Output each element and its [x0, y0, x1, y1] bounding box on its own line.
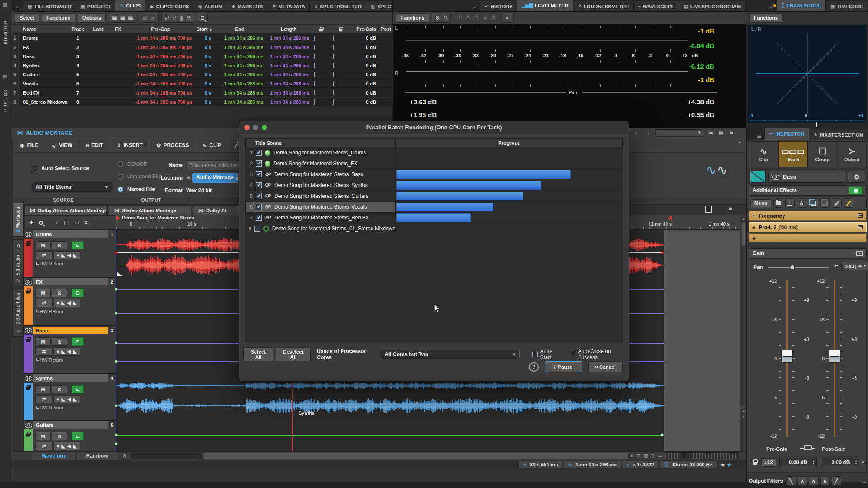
envelope-dot[interactable] [115, 433, 118, 436]
mode-button[interactable]: ≻ Output [837, 141, 867, 167]
scrollbar-icon[interactable]: ▯ [652, 453, 654, 459]
envelope-dot[interactable] [115, 288, 118, 291]
lock-checkbox[interactable] [314, 90, 315, 95]
render-row[interactable]: 4 Demo Song for Mastered Stems_Synths [246, 180, 622, 191]
track-header-synths[interactable]: Synths 4 M S ⊡ ⇄ ● ◣ ◀ ◣ ↳HW Return [24, 374, 116, 421]
solo-button[interactable]: S [52, 385, 67, 393]
refresh-icon[interactable]: ↻ [443, 15, 447, 21]
envelope-dot[interactable] [115, 360, 118, 363]
open-folder-icon[interactable] [773, 198, 783, 208]
radio-unnamed[interactable]: Unnamed File [118, 174, 161, 180]
render-row[interactable]: 8 Demo Song for Mastered Stems_01_Stereo… [246, 223, 622, 234]
render-checkbox[interactable] [254, 226, 260, 232]
stereo-icon[interactable] [25, 423, 32, 427]
rename-pencil-icon[interactable] [844, 198, 853, 208]
panel-tab[interactable]: ⚑ METADATA [267, 1, 310, 11]
render-checkbox[interactable] [256, 150, 262, 156]
panel-tab[interactable]: ▨ LIVESPECTROGRAM [679, 1, 746, 11]
fit-height-icon[interactable]: ↕ [56, 219, 58, 226]
table-row[interactable]: 6 Vocals 6 -1 mn 34 s 285 ms 708 µs 0 s … [12, 79, 393, 88]
plugins-icon[interactable]: ▤ [3, 74, 7, 79]
copy-icon[interactable] [809, 198, 818, 208]
track-lock-icon[interactable] [26, 387, 30, 390]
panel-tab[interactable]: ▂▅▇ LEVELMETER [517, 0, 573, 11]
scrollbar-thumb[interactable] [742, 223, 745, 245]
render-checkbox[interactable] [256, 193, 262, 199]
monitor-button[interactable]: ⊡ [72, 289, 84, 297]
stepper-icons[interactable]: ▲▼ [812, 460, 815, 465]
envelope-dot[interactable] [661, 433, 664, 436]
favorite-star-icon[interactable]: ★ [720, 462, 726, 468]
clip-name[interactable]: Bed FX [21, 90, 68, 95]
clip-lock[interactable] [312, 72, 331, 77]
filter-shape-button[interactable]: ∧ [798, 476, 807, 486]
mode-button[interactable]: ❑ Group [808, 141, 837, 167]
end-marker-icon[interactable] [668, 216, 672, 221]
clip-lock2[interactable] [331, 99, 351, 105]
pre-gain-fader-handle[interactable] [781, 350, 793, 363]
split-view-icon[interactable]: ⊟ [74, 219, 79, 226]
mute-button[interactable]: M [35, 432, 51, 440]
pan-reset-icon[interactable]: ⇤ [834, 262, 838, 269]
clip-name[interactable]: Guitars [21, 72, 68, 77]
envelope-dot[interactable] [115, 312, 118, 315]
toolbar-icon[interactable]: ◎ [187, 15, 191, 21]
toolbar-icon[interactable]: ⇄ [165, 15, 169, 21]
montage-doc-tab[interactable]: ⋈ Stereo Album Montage [108, 205, 191, 215]
preset-number-icon[interactable]: ⑤ [491, 14, 496, 21]
lock-checkbox[interactable] [314, 54, 315, 59]
col-pregain[interactable]: Pre-Gain [351, 26, 378, 32]
panel-tab[interactable]: ◆ MARKERS [227, 1, 268, 11]
sidebar-tab-20-audio[interactable]: 2.0 Audio Files ∿ [12, 289, 24, 337]
mute-button[interactable]: M [35, 337, 51, 346]
panel-options-icon[interactable]: ≣ [469, 5, 480, 11]
render-row[interactable]: 2 Demo Song for Mastered Stems_FX [246, 158, 622, 169]
direct-monitor-icon[interactable] [858, 225, 863, 229]
add-effect-slot[interactable]: + [749, 233, 867, 242]
auto-select-checkbox[interactable] [32, 166, 37, 171]
radio-named[interactable]: Named File [118, 186, 155, 192]
ribbon-tab[interactable]: ⚙ PROCESS [150, 138, 196, 152]
clip-name[interactable]: 01_Stereo Mixdown [21, 99, 68, 105]
add-track-icon[interactable]: + [29, 218, 33, 227]
clip-lock[interactable] [312, 54, 331, 59]
dialog-titlebar[interactable]: Parallel Batch Rendering (One CPU Core P… [239, 121, 629, 134]
table-row[interactable]: 4 Synths 4 -1 mn 34 s 285 ms 708 µs 0 s … [12, 61, 393, 70]
view-tab[interactable]: Rainbow [77, 452, 118, 460]
deselect-all-button[interactable]: Deselect All [276, 347, 311, 361]
scrollbar-icon[interactable]: ▸ [631, 453, 633, 459]
panel-tab[interactable]: ⊞ CLIPGROUPS [145, 1, 194, 11]
clip-lock2[interactable] [331, 63, 351, 68]
lock2-checkbox[interactable] [333, 63, 334, 68]
horizontal-scrollbar[interactable] [202, 453, 629, 459]
location-chip[interactable]: Audio Montage [192, 173, 238, 183]
clip-lock[interactable] [312, 36, 331, 41]
panel-tab[interactable]: ▥ SPECTROSCOPE [366, 1, 392, 11]
solo-button[interactable]: S [52, 432, 67, 440]
ribbon-collapse-icon[interactable]: ⌃ [737, 141, 742, 147]
lock-checkbox[interactable] [314, 99, 315, 105]
options-button[interactable]: Options [78, 13, 106, 23]
envelope-dot[interactable] [115, 442, 118, 445]
table-row[interactable]: 3 Bass 3 -1 mn 34 s 285 ms 708 µs 0 s 1 … [12, 52, 393, 61]
functions-button[interactable]: Functions [396, 13, 429, 23]
grid-view-icon[interactable]: ▦ [719, 130, 723, 136]
title-stems-dropdown[interactable]: All Title Stems ▼ [32, 182, 112, 192]
sidebar-tab-montages[interactable]: Montages ⋈ [12, 203, 24, 237]
track-name[interactable]: Synths [33, 374, 108, 382]
col-length[interactable]: Length [266, 26, 312, 32]
montage-menu-icon[interactable]: ≣ [729, 130, 733, 136]
panel-options-icon[interactable]: ≣ [766, 5, 777, 11]
preset-number-icon[interactable]: ② [465, 14, 471, 21]
ruler-icon[interactable]: ≡ [84, 219, 87, 226]
favorite-star2-icon[interactable]: ★ [727, 462, 732, 468]
montage-selector-dropdown[interactable]: ▼ [655, 129, 703, 137]
zoom-in-icon[interactable]: + [740, 409, 746, 414]
panel-tab[interactable]: ↗ LOUDNESSMETER [573, 1, 634, 11]
status-cell[interactable]: ∿ 1 mn 34 s 286 ms [563, 461, 621, 468]
track-settings-button[interactable]: ⚙ [848, 171, 865, 183]
post-gain-fader-handle[interactable] [829, 350, 841, 363]
edit-pencil-icon[interactable] [832, 198, 842, 208]
clip-lock2[interactable] [331, 72, 351, 77]
track-name-field[interactable]: Bass [768, 171, 845, 183]
